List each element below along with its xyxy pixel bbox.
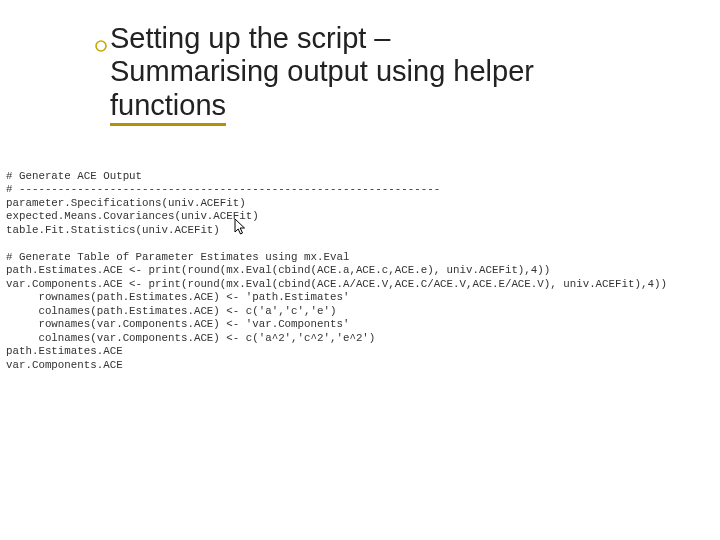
code-line: # Generate ACE Output: [6, 170, 142, 182]
slide: Setting up the script – Summarising outp…: [0, 0, 720, 540]
title-line-3: functions: [110, 89, 226, 126]
code-line: table.Fit.Statistics(univ.ACEFit): [6, 224, 220, 236]
code-line: var.Components.ACE: [6, 359, 123, 371]
code-line: path.Estimates.ACE <- print(round(mx.Eva…: [6, 264, 550, 276]
code-line: rownames(path.Estimates.ACE) <- 'path.Es…: [6, 291, 349, 303]
title-line-1: Setting up the script –: [110, 22, 391, 54]
title-block: Setting up the script – Summarising outp…: [110, 22, 670, 126]
code-line: colnames(path.Estimates.ACE) <- c('a','c…: [6, 305, 336, 317]
code-line: expected.Means.Covariances(univ.ACEFit): [6, 210, 259, 222]
title-bullet-icon: [95, 38, 107, 56]
code-line: parameter.Specifications(univ.ACEFit): [6, 197, 246, 209]
code-line: # Generate Table of Parameter Estimates …: [6, 251, 349, 263]
svg-point-0: [96, 41, 106, 51]
title-line-2: Summarising output using helper: [110, 55, 534, 87]
code-line: var.Components.ACE <- print(round(mx.Eva…: [6, 278, 667, 290]
code-line: path.Estimates.ACE: [6, 345, 123, 357]
code-line: colnames(var.Components.ACE) <- c('a^2',…: [6, 332, 375, 344]
slide-title: Setting up the script – Summarising outp…: [110, 22, 670, 122]
code-block: # Generate ACE Output # ----------------…: [6, 170, 716, 372]
code-line: rownames(var.Components.ACE) <- 'var.Com…: [6, 318, 349, 330]
code-line: # --------------------------------------…: [6, 183, 440, 195]
